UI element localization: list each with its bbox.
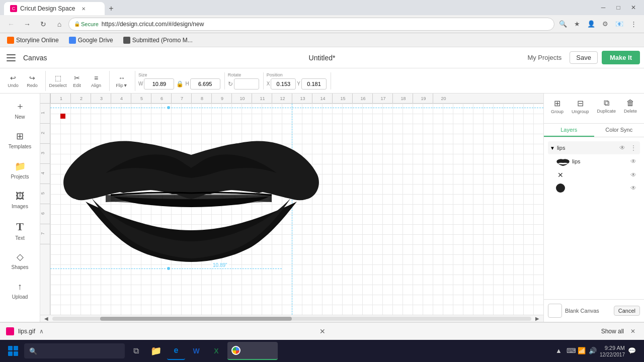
search-button[interactable]: 🔍: [556, 18, 570, 31]
bookmark-submitted[interactable]: Submitted (Promo M...: [120, 36, 196, 45]
group-button[interactable]: ⊞ Group: [548, 97, 567, 116]
layer-visibility-x[interactable]: 👁: [629, 170, 638, 179]
extension-button2[interactable]: ⚙: [599, 18, 612, 31]
tray-keyboard-icon[interactable]: ⌨: [567, 347, 575, 355]
layer-group-visibility[interactable]: 👁: [618, 143, 627, 152]
tray-up-arrow[interactable]: ▲: [555, 347, 564, 355]
sidebar-item-new[interactable]: ＋ New: [3, 96, 38, 124]
bookmark-button[interactable]: ★: [571, 18, 584, 31]
undo-button[interactable]: ↩ Undo: [4, 71, 22, 91]
show-all-button[interactable]: Show all: [601, 328, 624, 335]
x-input[interactable]: [271, 78, 296, 89]
tray-notification-icon[interactable]: 💬: [628, 347, 636, 355]
submitted-label: Submitted (Promo M...: [132, 37, 193, 44]
app-header: Canvas Untitled* My Projects Save Make I…: [0, 47, 644, 68]
taskbar-excel[interactable]: X: [207, 342, 225, 360]
maximize-button[interactable]: □: [612, 2, 625, 13]
address-bar[interactable]: 🔒 Secure https://design.cricut.com/#/des…: [68, 18, 554, 31]
download-close-button[interactable]: ✕: [317, 326, 328, 336]
lips-image[interactable]: [60, 114, 322, 285]
redo-button[interactable]: ↪ Redo: [23, 71, 41, 91]
active-tab[interactable]: C Cricut Design Space ✕: [4, 2, 105, 15]
align-button[interactable]: ≡ Align: [87, 71, 105, 91]
sidebar-item-text[interactable]: T Text: [3, 216, 38, 244]
forward-button[interactable]: →: [20, 17, 34, 31]
width-input[interactable]: [144, 78, 174, 89]
tab-color-sync[interactable]: Color Sync: [594, 124, 645, 137]
layer-item-lips-icon[interactable]: lips 👁: [548, 154, 640, 168]
taskbar-edge[interactable]: e: [167, 342, 185, 360]
menu-hamburger[interactable]: [4, 51, 18, 65]
scrollbar-h-thumb[interactable]: [100, 317, 292, 321]
taskbar-file-explorer[interactable]: 📁: [147, 342, 165, 360]
task-view-button[interactable]: ⧉: [127, 342, 145, 360]
duplicate-button[interactable]: ⧉ Duplicate: [594, 97, 619, 116]
y-input[interactable]: [301, 78, 327, 89]
extension-button3[interactable]: 📧: [613, 18, 626, 31]
menu-button[interactable]: ⋮: [627, 18, 640, 31]
aspect-lock-button[interactable]: 🔒: [175, 79, 184, 88]
sidebar-item-upload[interactable]: ↑ Upload: [3, 277, 38, 305]
size-label: Size: [138, 72, 220, 77]
taskbar-chrome[interactable]: [227, 342, 278, 360]
tray-clock[interactable]: 9:29 AM 12/22/2017: [600, 344, 625, 357]
scroll-left-button[interactable]: ◀: [42, 315, 50, 322]
new-tab-button[interactable]: +: [105, 2, 118, 15]
scrollbar-h-track[interactable]: [52, 317, 531, 321]
sidebar-item-templates[interactable]: ⊞ Templates: [3, 126, 38, 154]
right-panel: ⊞ Group ⊟ Ungroup ⧉ Duplicate 🗑: [543, 94, 644, 322]
cancel-button[interactable]: Cancel: [614, 306, 640, 316]
layer-item-x[interactable]: ✕ 👁: [548, 168, 640, 182]
make-it-button[interactable]: Make It: [602, 51, 640, 64]
selection-handle-top-center[interactable]: [166, 105, 171, 110]
tray-network-icon[interactable]: 📶: [578, 347, 586, 355]
ruler-tick-18: 18: [392, 94, 413, 104]
sidebar-item-shapes[interactable]: ◇ Shapes: [3, 246, 38, 275]
height-input[interactable]: [190, 78, 220, 89]
edit-label: Edit: [73, 83, 81, 88]
layer-item-circle[interactable]: 👁: [548, 182, 640, 195]
flip-icon: ↔: [118, 74, 125, 82]
sidebar-item-projects[interactable]: 📁 Projects: [3, 156, 38, 184]
download-filename: lips.gif: [18, 328, 35, 335]
header-left: Canvas: [4, 51, 47, 65]
taskbar-word[interactable]: W: [187, 342, 205, 360]
layer-visibility-circle[interactable]: 👁: [629, 184, 638, 193]
color-swatch[interactable]: [548, 304, 562, 318]
downloads-close-button[interactable]: ✕: [628, 326, 638, 336]
download-chevron[interactable]: ∧: [39, 328, 44, 335]
home-button[interactable]: ⌂: [52, 17, 66, 31]
close-button[interactable]: ✕: [627, 2, 640, 13]
extension-button1[interactable]: 👤: [585, 18, 598, 31]
download-bar: lips.gif ∧ ✕ Show all ✕: [0, 322, 644, 340]
rotate-input[interactable]: [234, 78, 259, 89]
refresh-button[interactable]: ↻: [36, 17, 50, 31]
tab-close-button[interactable]: ✕: [80, 5, 87, 12]
tray-volume-icon[interactable]: 🔊: [589, 347, 597, 355]
taskbar-search[interactable]: 🔍: [24, 343, 125, 358]
tab-layers[interactable]: Layers: [544, 124, 594, 137]
layer-visibility-lips[interactable]: 👁: [629, 157, 638, 166]
edit-button[interactable]: ✂ Edit: [68, 71, 86, 91]
my-projects-button[interactable]: My Projects: [523, 52, 566, 63]
minimize-button[interactable]: ─: [597, 2, 610, 13]
canvas-grid[interactable]: 10.89" 6.895": [50, 104, 543, 315]
deselect-button[interactable]: ⬚ Deselect: [49, 71, 67, 91]
projects-icon: 📁: [15, 161, 26, 172]
save-button[interactable]: Save: [570, 51, 598, 64]
start-button[interactable]: [4, 342, 22, 360]
sidebar-item-images[interactable]: 🖼 Images: [3, 186, 38, 214]
bookmark-storyline-online[interactable]: Storyline Online: [4, 36, 62, 45]
delete-button[interactable]: 🗑 Delete: [621, 97, 640, 116]
back-button[interactable]: ←: [4, 17, 18, 31]
bookmark-google-drive[interactable]: Google Drive: [66, 36, 116, 45]
flip-button[interactable]: ↔ Flip▼: [113, 71, 131, 91]
rotate-field: Rotate ↻: [228, 72, 259, 89]
submitted-favicon: [123, 37, 130, 44]
ungroup-button[interactable]: ⊟ Ungroup: [569, 97, 592, 116]
layer-group-more[interactable]: ⋮: [629, 143, 638, 152]
ruler-tick-20: 20: [433, 94, 453, 104]
scroll-right-button[interactable]: ▶: [533, 315, 541, 322]
horizontal-scrollbar[interactable]: ◀ ▶: [40, 315, 543, 322]
layer-group-header[interactable]: ▼ lips 👁 ⋮: [548, 141, 640, 154]
